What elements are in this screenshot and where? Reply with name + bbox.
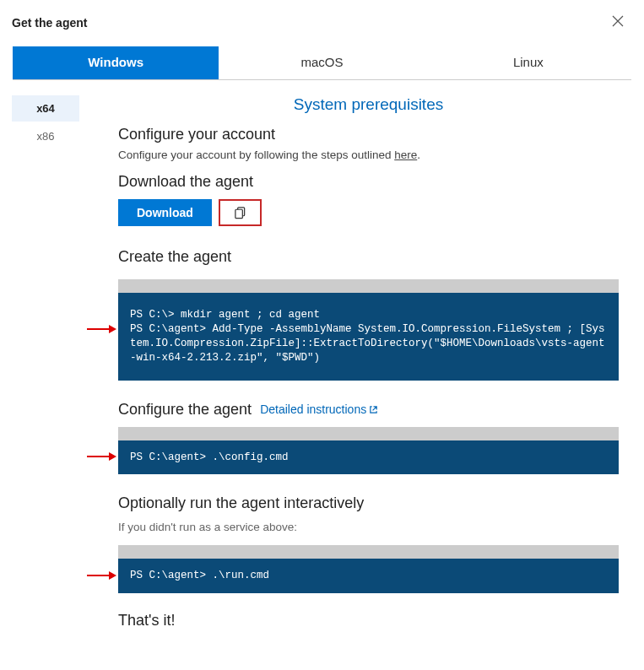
annotation-arrow-icon (86, 323, 116, 333)
tab-linux[interactable]: Linux (425, 46, 631, 79)
arch-item-x86[interactable]: x86 (12, 123, 79, 149)
configure-account-text: Configure your account by following the … (118, 149, 619, 161)
arch-item-x64[interactable]: x64 (12, 95, 79, 122)
close-icon (612, 15, 624, 27)
run-agent-code[interactable]: PS C:\agent> .\run.cmd (118, 545, 619, 593)
system-prerequisites-link[interactable]: System prerequisites (118, 95, 619, 114)
create-agent-title: Create the agent (118, 248, 619, 266)
copy-icon (234, 206, 246, 219)
create-agent-code[interactable]: PS C:\> mkdir agent ; cd agent PS C:\age… (118, 279, 619, 381)
arch-sidebar: x64 x86 (0, 95, 84, 635)
detailed-instructions-label: Detailed instructions (260, 403, 366, 416)
run-agent-title: Optionally run the agent interactively (118, 494, 619, 512)
thats-it-title: That's it! (118, 612, 619, 629)
detailed-instructions-link[interactable]: Detailed instructions (260, 403, 378, 416)
configure-agent-code[interactable]: PS C:\agent> .\config.cmd (118, 427, 619, 475)
download-button[interactable]: Download (118, 199, 212, 226)
close-button[interactable] (609, 12, 627, 34)
configure-account-title: Configure your account (118, 126, 619, 143)
svg-marker-6 (109, 571, 116, 580)
tab-macos[interactable]: macOS (219, 46, 425, 79)
annotation-arrow-icon (86, 451, 116, 461)
copy-button[interactable] (219, 199, 262, 226)
configure-account-text-suffix: . (417, 149, 420, 161)
configure-account-here-link[interactable]: here (394, 149, 417, 161)
annotation-arrow-icon (86, 570, 116, 580)
configure-account-text-prefix: Configure your account by following the … (118, 149, 394, 161)
configure-agent-title: Configure the agent (118, 401, 252, 419)
tab-windows[interactable]: Windows (13, 46, 219, 79)
svg-marker-2 (109, 325, 116, 333)
external-link-icon (369, 405, 378, 414)
run-agent-note: If you didn't run as a service above: (118, 521, 619, 533)
svg-marker-4 (109, 452, 116, 461)
os-tabs: Windows macOS Linux (13, 46, 631, 80)
download-agent-title: Download the agent (118, 173, 619, 191)
dialog-title: Get the agent (12, 16, 87, 30)
svg-rect-0 (235, 209, 242, 218)
